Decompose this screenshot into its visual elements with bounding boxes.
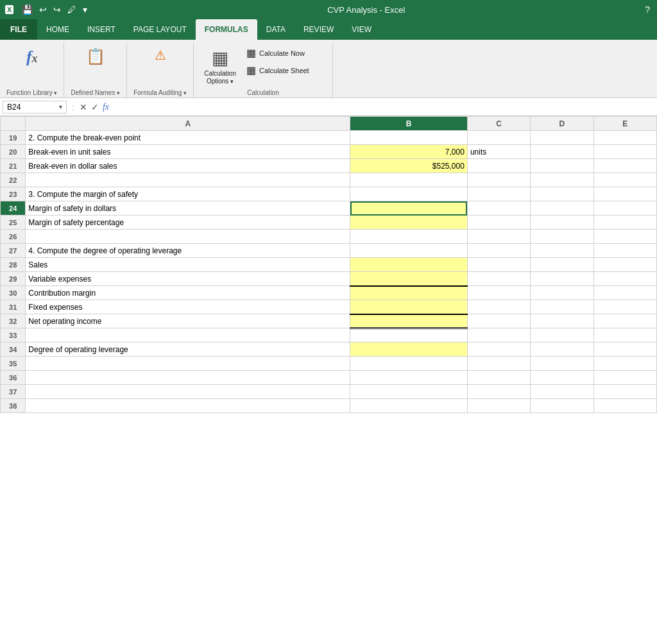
name-box-dropdown[interactable]: ▾ (59, 103, 62, 110)
cell-28-c[interactable] (467, 258, 530, 272)
cell-24-e[interactable] (593, 201, 656, 216)
cell-31-b[interactable] (350, 300, 468, 314)
cell-37-a[interactable] (26, 385, 350, 399)
help-icon[interactable]: ? (643, 4, 652, 15)
cell-24-b[interactable] (350, 201, 468, 216)
cell-20-e[interactable] (593, 145, 656, 159)
cell-35-a[interactable] (26, 357, 350, 371)
tab-view[interactable]: VIEW (343, 19, 380, 40)
cell-28-e[interactable] (593, 258, 656, 272)
cell-22-a[interactable] (26, 173, 350, 187)
cell-20-a[interactable]: Break-even in unit sales (26, 145, 350, 159)
cell-26-e[interactable] (593, 230, 656, 244)
cell-23-b[interactable] (350, 187, 468, 201)
formula-input[interactable] (112, 103, 654, 112)
cell-24-d[interactable] (531, 201, 593, 216)
cell-25-a[interactable]: Margin of safety percentage (26, 216, 350, 230)
col-header-c[interactable]: C (467, 117, 530, 131)
tab-page-layout[interactable]: PAGE LAYOUT (124, 19, 196, 40)
cell-36-e[interactable] (593, 371, 656, 385)
cell-21-d[interactable] (531, 159, 593, 173)
calculate-now-button[interactable]: ▦ Calculate Now (243, 45, 326, 61)
cell-24-c[interactable] (467, 201, 530, 216)
cell-26-b[interactable] (350, 230, 468, 244)
calculation-options-button[interactable]: ▦ CalculationOptions ▾ (200, 45, 240, 88)
cell-29-b[interactable] (350, 272, 468, 286)
cell-21-a[interactable]: Break-even in dollar sales (26, 159, 350, 173)
cell-22-c[interactable] (467, 173, 530, 187)
tab-file[interactable]: FILE (0, 19, 37, 40)
cell-35-b[interactable] (350, 357, 468, 371)
cell-27-c[interactable] (467, 244, 530, 258)
tab-insert[interactable]: INSERT (78, 19, 124, 40)
tab-review[interactable]: REVIEW (294, 19, 343, 40)
cell-33-a[interactable] (26, 328, 350, 343)
cell-37-b[interactable] (350, 385, 468, 399)
cell-24-a[interactable]: Margin of safety in dollars (26, 201, 350, 216)
cell-34-d[interactable] (531, 343, 593, 357)
cell-33-e[interactable] (593, 328, 656, 343)
cell-32-a[interactable]: Net operating income (26, 314, 350, 328)
cell-37-e[interactable] (593, 385, 656, 399)
cell-23-d[interactable] (531, 187, 593, 201)
cell-30-a[interactable]: Contribution margin (26, 286, 350, 300)
calculate-sheet-button[interactable]: ▦ Calculate Sheet (243, 62, 326, 78)
cell-31-d[interactable] (531, 300, 593, 314)
cell-36-b[interactable] (350, 371, 468, 385)
cell-38-a[interactable] (26, 399, 350, 413)
tab-home[interactable]: HOME (37, 19, 78, 40)
cell-21-c[interactable] (467, 159, 530, 173)
cell-26-c[interactable] (467, 230, 530, 244)
cell-30-e[interactable] (593, 286, 656, 300)
insert-function-button[interactable]: fx (17, 45, 47, 69)
cell-38-c[interactable] (467, 399, 530, 413)
cell-29-d[interactable] (531, 272, 593, 286)
cell-19-c[interactable] (467, 131, 530, 145)
cell-32-e[interactable] (593, 314, 656, 328)
cell-35-d[interactable] (531, 357, 593, 371)
cell-19-a[interactable]: 2. Compute the break-even point (26, 131, 350, 145)
save-icon[interactable]: 💾 (20, 4, 35, 15)
cell-25-d[interactable] (531, 216, 593, 230)
cell-26-d[interactable] (531, 230, 593, 244)
col-header-a[interactable]: A (26, 117, 350, 131)
cell-27-d[interactable] (531, 244, 593, 258)
cell-27-a[interactable]: 4. Compute the degree of operating lever… (26, 244, 350, 258)
cell-20-d[interactable] (531, 145, 593, 159)
cell-30-d[interactable] (531, 286, 593, 300)
cell-30-b[interactable] (350, 286, 468, 300)
cell-20-b[interactable]: 7,000 (350, 145, 468, 159)
cell-32-d[interactable] (531, 314, 593, 328)
cell-22-d[interactable] (531, 173, 593, 187)
tab-formulas[interactable]: FORMULAS (196, 19, 257, 40)
cell-38-d[interactable] (531, 399, 593, 413)
cell-34-a[interactable]: Degree of operating leverage (26, 343, 350, 357)
col-header-b[interactable]: B (350, 117, 468, 131)
cell-33-b[interactable] (350, 328, 468, 343)
undo-icon[interactable]: ↩ (37, 4, 49, 15)
cell-22-b[interactable] (350, 173, 468, 187)
defined-names-button[interactable]: 📋 (80, 45, 111, 68)
cell-35-e[interactable] (593, 357, 656, 371)
cell-29-a[interactable]: Variable expenses (26, 272, 350, 286)
cell-31-c[interactable] (467, 300, 530, 314)
cell-19-e[interactable] (593, 131, 656, 145)
cell-29-c[interactable] (467, 272, 530, 286)
cell-28-d[interactable] (531, 258, 593, 272)
cell-19-d[interactable] (531, 131, 593, 145)
tab-data[interactable]: DATA (257, 19, 294, 40)
cell-21-b[interactable]: $525,000 (350, 159, 468, 173)
cell-25-c[interactable] (467, 216, 530, 230)
col-header-e[interactable]: E (593, 117, 656, 131)
cell-35-c[interactable] (467, 357, 530, 371)
cell-28-a[interactable]: Sales (26, 258, 350, 272)
redo-icon[interactable]: ↪ (51, 4, 63, 15)
customize-icon[interactable]: 🖊 (65, 4, 78, 15)
cell-34-b[interactable] (350, 343, 468, 357)
cell-25-b[interactable] (350, 216, 468, 230)
cell-30-c[interactable] (467, 286, 530, 300)
cell-22-e[interactable] (593, 173, 656, 187)
cell-29-e[interactable] (593, 272, 656, 286)
cell-21-e[interactable] (593, 159, 656, 173)
cell-33-c[interactable] (467, 328, 530, 343)
